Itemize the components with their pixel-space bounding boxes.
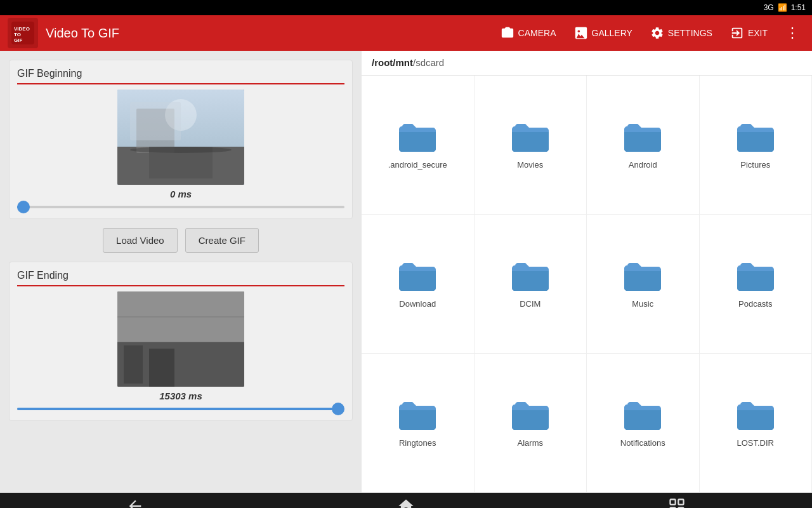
folder-item[interactable]: Ringtones [362, 354, 475, 493]
action-buttons-row: Load Video Create GIF [9, 228, 353, 253]
gallery-button[interactable]: GALLERY [569, 23, 638, 43]
gif-beginning-thumbnail [117, 90, 244, 185]
settings-label: SETTINGS [668, 28, 712, 38]
folder-name: Android [629, 160, 657, 170]
folder-item[interactable]: Download [362, 215, 475, 354]
svg-text:VIDEO: VIDEO [14, 26, 30, 32]
gif-ending-preview: 15303 ms [17, 291, 344, 413]
gif-beginning-preview: 0 ms [17, 90, 344, 211]
folder-name: DCIM [520, 299, 540, 309]
gif-beginning-timestamp: 0 ms [170, 189, 192, 199]
signal-icon: 3G [764, 3, 774, 12]
gif-ending-section: GIF Ending 15303 ms [9, 262, 353, 421]
folder-name: LOST.DIR [737, 438, 774, 448]
svg-text:GIF: GIF [14, 37, 22, 43]
breadcrumb-bar: /root/mnt/sdcard [362, 51, 812, 76]
folder-name: Alarms [518, 438, 543, 448]
folder-name: Download [399, 299, 436, 309]
top-bar: VIDEO TO GIF Video To GIF CAMERA GALLERY… [0, 15, 812, 51]
folder-icon [511, 399, 549, 432]
folder-icon [737, 399, 775, 432]
folder-icon [398, 399, 436, 432]
camera-label: CAMERA [518, 28, 556, 38]
gif-ending-timestamp: 15303 ms [159, 391, 202, 401]
folder-name: Pictures [740, 160, 770, 170]
folder-item[interactable]: Notifications [587, 354, 700, 493]
svg-text:TO: TO [14, 32, 21, 37]
gif-beginning-title: GIF Beginning [17, 68, 344, 84]
breadcrumb-rest: /sdcard [413, 57, 444, 68]
gif-ending-title: GIF Ending [17, 270, 344, 286]
app-icon: VIDEO TO GIF [8, 18, 38, 48]
file-grid: .android_secure Movies Android Pictures … [362, 76, 812, 493]
status-bar: 3G 📶 1:51 [0, 0, 812, 15]
svg-rect-18 [678, 500, 683, 505]
svg-point-7 [165, 99, 197, 131]
folder-item[interactable]: Music [587, 215, 700, 354]
create-gif-button[interactable]: Create GIF [185, 228, 259, 253]
back-button[interactable] [126, 497, 144, 508]
recents-button[interactable] [668, 497, 686, 508]
folder-item[interactable]: Movies [475, 76, 587, 215]
svg-point-9 [130, 147, 232, 153]
folder-icon [511, 260, 549, 293]
folder-icon [624, 121, 662, 154]
folder-item[interactable]: LOST.DIR [700, 354, 813, 493]
folder-name: Podcasts [738, 299, 772, 309]
svg-rect-17 [670, 500, 675, 505]
home-button[interactable] [397, 497, 415, 508]
gif-ending-thumbnail [117, 291, 244, 387]
load-video-button[interactable]: Load Video [103, 228, 178, 253]
right-panel: /root/mnt/sdcard .android_secure Movies … [362, 51, 812, 493]
breadcrumb-text: /root/mnt/sdcard [372, 57, 444, 68]
main-content: GIF Beginning [0, 51, 812, 493]
folder-name: Notifications [620, 438, 665, 448]
folder-icon [398, 260, 436, 293]
gif-beginning-slider[interactable] [17, 203, 344, 211]
folder-item[interactable]: .android_secure [362, 76, 475, 215]
folder-item[interactable]: Alarms [475, 354, 587, 493]
folder-icon [511, 121, 549, 154]
folder-name: .android_secure [388, 160, 447, 170]
folder-icon [624, 260, 662, 293]
exit-button[interactable]: EXIT [725, 23, 773, 43]
bottom-nav [0, 493, 812, 508]
folder-icon [737, 121, 775, 154]
time-display: 1:51 [791, 3, 806, 12]
svg-rect-15 [124, 345, 143, 384]
overflow-button[interactable]: ⋮ [780, 22, 804, 44]
folder-icon [624, 399, 662, 432]
svg-rect-6 [136, 109, 174, 153]
folder-item[interactable]: Podcasts [700, 215, 813, 354]
folder-item[interactable]: DCIM [475, 215, 587, 354]
gif-beginning-section: GIF Beginning [9, 60, 353, 219]
folder-name: Ringtones [399, 438, 436, 448]
settings-button[interactable]: SETTINGS [645, 23, 717, 43]
exit-label: EXIT [748, 28, 768, 38]
folder-name: Movies [517, 160, 543, 170]
folder-item[interactable]: Android [587, 76, 700, 215]
folder-icon [737, 260, 775, 293]
svg-rect-16 [149, 349, 174, 387]
camera-button[interactable]: CAMERA [495, 23, 561, 43]
gif-ending-slider[interactable] [17, 405, 344, 413]
folder-name: Music [632, 299, 653, 309]
breadcrumb-bold: /root/mnt [372, 57, 413, 68]
folder-icon [398, 121, 436, 154]
app-title: Video To GIF [46, 26, 488, 41]
battery-icon: 📶 [778, 3, 787, 12]
left-panel: GIF Beginning [0, 51, 362, 493]
gallery-label: GALLERY [592, 28, 632, 38]
folder-item[interactable]: Pictures [700, 76, 813, 215]
